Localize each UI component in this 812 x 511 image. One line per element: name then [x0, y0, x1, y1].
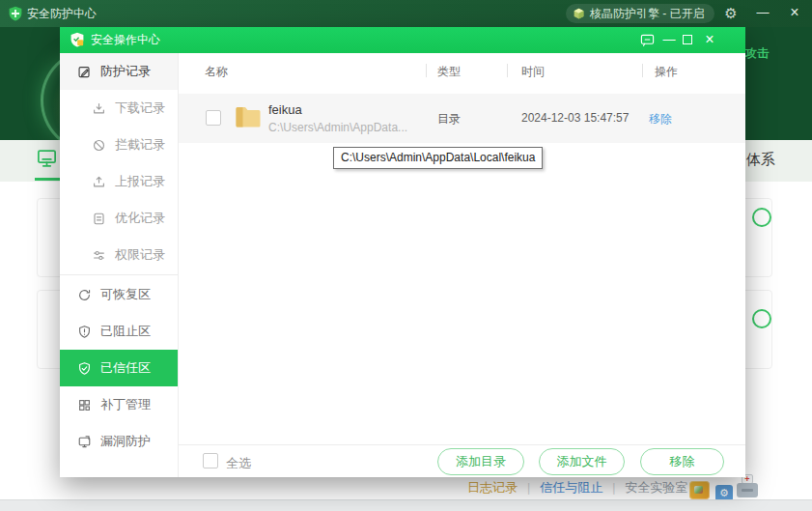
dialog-footer: 全选 添加目录 添加文件 移除 — [179, 444, 745, 477]
select-all-label: 全选 — [226, 455, 251, 472]
core-crystal-cube-icon — [573, 8, 585, 20]
main-minimize-button[interactable]: — — [749, 0, 776, 25]
sidebar-item-optimize-records[interactable]: 优化记录 — [60, 200, 178, 237]
sidebar-item-permission-records[interactable]: 权限记录 — [60, 237, 178, 273]
security-lab-link[interactable]: 安全实验室 — [625, 479, 687, 497]
trust-block-link[interactable]: 信任与阻止 — [540, 479, 602, 497]
engine-status-label: 核晶防护引擎 - 已开启 — [590, 6, 705, 22]
column-header-type: 类型 — [437, 64, 461, 80]
column-header-name: 名称 — [205, 64, 228, 80]
sidebar-item-protection-records[interactable]: 防护记录 — [60, 53, 178, 90]
sidebar-item-patch-management[interactable]: 补丁管理 — [60, 386, 178, 423]
monitor-tab-icon[interactable] — [36, 147, 58, 169]
dialog-sidebar: 防护记录 下载记录 拦截记录 上报记录 — [60, 53, 179, 477]
block-icon — [92, 138, 106, 153]
shield-check-icon — [77, 361, 92, 376]
main-titlebar: 安全防护中心 核晶防护引擎 - 已开启 ⚙ — × — [0, 0, 812, 27]
row-time: 2024-12-03 15:47:57 — [521, 111, 629, 125]
settings-gear-icon[interactable]: ⚙ — [718, 0, 743, 26]
column-header-action: 操作 — [655, 64, 678, 80]
sidebar-item-vulnerability-protection[interactable]: 漏洞防护 — [60, 423, 178, 460]
first-aid-body — [737, 483, 758, 497]
main-window-title: 安全防护中心 — [27, 0, 97, 27]
edit-record-icon — [77, 65, 92, 79]
row-file-name: feikua — [268, 102, 302, 117]
main-close-button[interactable]: × — [780, 0, 809, 25]
row-remove-link[interactable]: 移除 — [649, 111, 672, 128]
sidebar-item-download-records[interactable]: 下载记录 — [60, 90, 178, 127]
path-tooltip: C:\Users\Admin\AppData\Local\feikua — [333, 147, 543, 169]
engine-status-badge: 核晶防护引擎 - 已开启 — [566, 4, 714, 23]
row-checkbox[interactable] — [206, 110, 221, 126]
dialog-maximize-button[interactable] — [679, 27, 696, 53]
dialog-content: 名称 类型 时间 操作 feikua C:\Users\Admin\AppDat… — [179, 53, 745, 477]
sidebar-item-block-records[interactable]: 拦截记录 — [60, 127, 178, 163]
bottom-link-bar: 日志记录 | 信任与阻止 | 安全实验室 — [467, 479, 687, 497]
folder-icon — [235, 104, 262, 129]
dialog-titlebar[interactable]: 安全操作中心 — × — [60, 27, 745, 53]
add-file-button[interactable]: 添加文件 — [539, 448, 625, 475]
row-type: 目录 — [437, 111, 461, 128]
sidebar-item-recoverable-zone[interactable]: 可恢复区 — [60, 276, 178, 313]
header-separator — [642, 64, 643, 77]
feedback-icon[interactable] — [635, 27, 658, 53]
note-icon — [92, 212, 106, 226]
security-operations-dialog: 安全操作中心 — × 防护记录 — [60, 27, 745, 477]
row-file-path: C:\Users\Admin\AppData... — [268, 121, 407, 134]
attack-text-fragment: 攻击 — [745, 45, 769, 62]
dialog-title: 安全操作中心 — [91, 27, 160, 53]
dialog-close-button[interactable]: × — [699, 27, 720, 53]
screen: 安全防护中心 核晶防护引擎 - 已开启 ⚙ — × 攻击 体系 日志记录 | 信… — [0, 0, 812, 511]
sidebar-item-report-records[interactable]: 上报记录 — [60, 163, 178, 200]
status-circle-icon — [752, 309, 771, 328]
column-header-time: 时间 — [521, 64, 545, 80]
logs-link[interactable]: 日志记录 — [467, 479, 518, 497]
table-row[interactable]: feikua C:\Users\Admin\AppData... 目录 2024… — [179, 94, 745, 143]
status-circle-icon — [752, 208, 771, 227]
software-manager-icon[interactable] — [689, 481, 710, 499]
select-all-checkbox[interactable] — [203, 453, 218, 468]
table-header: 名称 类型 时间 操作 — [179, 53, 745, 89]
sidebar-item-blocked-zone[interactable]: 已阻止区 — [60, 313, 178, 350]
patch-grid-icon — [77, 398, 92, 412]
first-aid-kit-icon[interactable]: + — [737, 474, 758, 498]
link-separator: | — [612, 481, 615, 495]
taskbar-strip — [0, 499, 812, 511]
sliders-icon — [92, 248, 106, 263]
link-separator: | — [527, 481, 530, 495]
header-separator — [507, 64, 508, 77]
vulnerability-monitor-icon — [77, 435, 92, 449]
sidebar-divider — [60, 274, 178, 275]
download-icon — [92, 101, 106, 116]
dialog-shield-icon — [70, 32, 85, 47]
shield-alert-icon — [77, 325, 92, 339]
system-tab-fragment[interactable]: 体系 — [746, 151, 775, 169]
header-separator — [426, 64, 427, 77]
dialog-minimize-button[interactable]: — — [660, 27, 678, 53]
add-directory-button[interactable]: 添加目录 — [437, 448, 524, 475]
app-shield-icon — [8, 6, 23, 21]
remove-button[interactable]: 移除 — [640, 448, 724, 475]
recover-icon — [77, 288, 92, 302]
upload-icon — [92, 175, 106, 189]
sidebar-item-trusted-zone[interactable]: 已信任区 — [60, 350, 178, 386]
